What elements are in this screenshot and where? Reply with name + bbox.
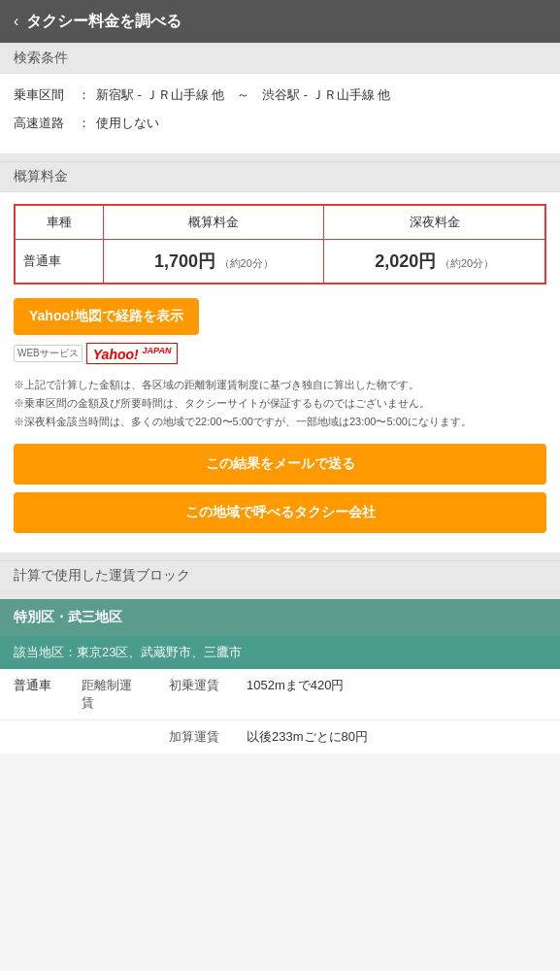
condition-value-route: 新宿駅 - ＪＲ山手線 他 ～ 渋谷駅 - ＪＲ山手線 他 — [96, 85, 546, 106]
condition-row-route: 乗車区間 ： 新宿駅 - ＪＲ山手線 他 ～ 渋谷駅 - ＪＲ山手線 他 — [14, 85, 546, 106]
table-header-midnight: 深夜料金 — [324, 205, 545, 240]
search-conditions: 乗車区間 ： 新宿駅 - ＪＲ山手線 他 ～ 渋谷駅 - ＪＲ山手線 他 高速道… — [0, 74, 560, 153]
detail-row-2: 加算運賃 以後233mごとに80円 — [0, 720, 560, 754]
fare-table: 車種 概算料金 深夜料金 普通車 1,700円 （約20分） 2,020円 （約… — [14, 204, 546, 285]
cell-estimate: 1,700円 （約20分） — [104, 239, 324, 284]
table-row: 普通車 1,700円 （約20分） 2,020円 （約20分） — [15, 239, 545, 284]
taxi-company-button[interactable]: この地域で呼べるタクシー会社 — [14, 492, 546, 533]
estimate-section: 車種 概算料金 深夜料金 普通車 1,700円 （約20分） 2,020円 （約… — [0, 192, 560, 553]
fare-block-section-title: 計算で使用した運賃ブロック — [0, 560, 560, 591]
back-button[interactable]: ‹ — [14, 13, 18, 30]
cell-car-type: 普通車 — [15, 239, 104, 284]
yahoo-logo-suffix: JAPAN — [143, 346, 172, 355]
note-1: ※上記で計算した金額は、各区域の距離制運賃制度に基づき独自に算出した物です。 — [14, 376, 546, 394]
estimate-note: （約20分） — [219, 257, 274, 269]
note-3: ※深夜料金該当時間は、多くの地域で22:00〜5:00ですが、一部地域は23:0… — [14, 413, 546, 431]
midnight-amount: 2,020円 — [375, 251, 436, 271]
estimate-section-title: 概算料金 — [0, 161, 560, 192]
tokubestu-header: 特別区・武三地区 — [0, 599, 560, 636]
table-header-car-type: 車種 — [15, 205, 104, 240]
yahoo-logo: Yahoo! JAPAN — [86, 343, 179, 365]
detail-row-1: 普通車 距離制運賃 初乗運賃 1052mまで420円 — [0, 669, 560, 720]
search-section-title: 検索条件 — [0, 43, 560, 74]
cell-midnight: 2,020円 （約20分） — [324, 239, 545, 284]
detail-fare-type-2 — [68, 720, 155, 754]
spacer-2 — [0, 552, 560, 560]
detail-car-type-2 — [0, 720, 68, 754]
estimate-amount: 1,700円 — [154, 251, 215, 271]
condition-label-route: 乗車区間 — [14, 85, 72, 106]
page-title: タクシー料金を調べる — [26, 12, 181, 32]
detail-sub-type-2: 加算運賃 — [155, 720, 233, 754]
yahoo-map-button[interactable]: Yahoo!地図で経路を表示 — [14, 298, 199, 335]
condition-colon-highway: ： — [78, 114, 90, 134]
detail-fare-type-1: 距離制運賃 — [68, 669, 155, 720]
condition-label-highway: 高速道路 — [14, 114, 72, 134]
yahoo-logo-area: WEBサービス Yahoo! JAPAN — [14, 343, 546, 365]
yahoo-service-label: WEBサービス — [14, 345, 82, 362]
email-button[interactable]: この結果をメールで送る — [14, 444, 546, 485]
detail-value-1: 1052mまで420円 — [233, 669, 560, 720]
spacer-1 — [0, 153, 560, 161]
notes-area: ※上記で計算した金額は、各区域の距離制運賃制度に基づき独自に算出した物です。 ※… — [14, 376, 546, 430]
tokubestu-subheader: 該当地区：東京23区、武蔵野市、三鷹市 — [0, 636, 560, 669]
detail-value-2: 以後233mごとに80円 — [233, 720, 560, 754]
spacer-3 — [0, 591, 560, 599]
condition-row-highway: 高速道路 ： 使用しない — [14, 114, 546, 134]
condition-value-highway: 使用しない — [96, 114, 546, 134]
midnight-note: （約20分） — [440, 257, 494, 269]
table-header-estimate: 概算料金 — [104, 205, 324, 240]
condition-colon-route: ： — [78, 85, 90, 106]
note-2: ※乗車区間の金額及び所要時間は、タクシーサイトが保証するものではございません。 — [14, 394, 546, 413]
app-header: ‹ タクシー料金を調べる — [0, 0, 560, 43]
detail-sub-type-1: 初乗運賃 — [155, 669, 233, 720]
detail-table: 普通車 距離制運賃 初乗運賃 1052mまで420円 加算運賃 以後233mごと… — [0, 669, 560, 753]
detail-car-type-1: 普通車 — [0, 669, 68, 720]
